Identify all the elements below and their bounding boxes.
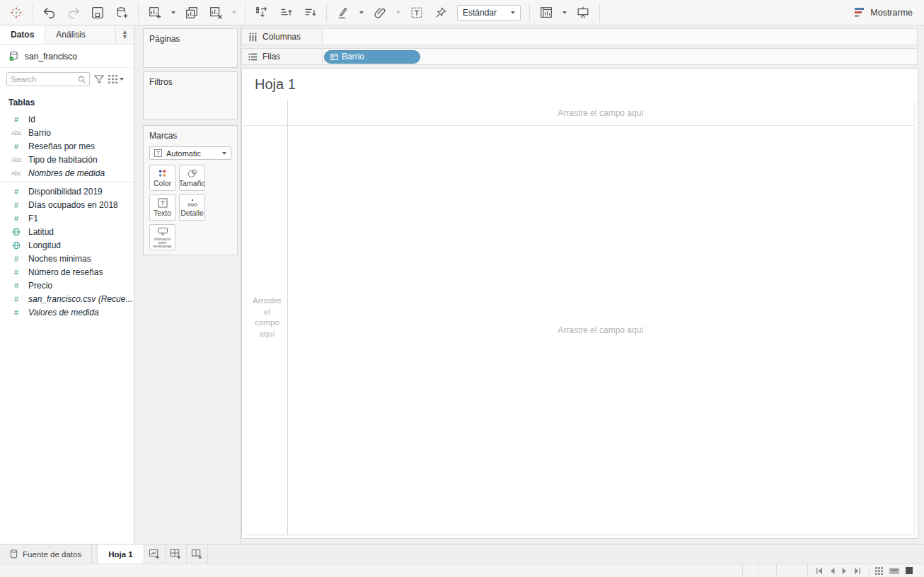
view-options-icon[interactable]	[108, 75, 124, 83]
pages-label: Páginas	[144, 29, 237, 47]
field-latitud[interactable]: Latitud	[0, 225, 134, 238]
columns-drop-zone[interactable]: Arrastre el campo aquí	[287, 100, 914, 125]
field-label: Reseñas por mes	[28, 141, 95, 151]
field-longitud[interactable]: Longitud	[0, 238, 134, 252]
rows-drop-zone[interactable]: Arrastreelcampoaquí	[247, 100, 287, 535]
show-me-button[interactable]: Mostrarme	[855, 8, 924, 18]
datasource-item[interactable]: san_francisco	[0, 45, 134, 68]
drop-hint-word: Arrastre	[253, 296, 282, 307]
geo-field-icon	[7, 241, 25, 250]
field-valores-de-medida[interactable]: #Valores de medida	[0, 305, 134, 319]
field-label: Días ocupados en 2018	[28, 200, 118, 210]
search-input[interactable]	[11, 75, 78, 83]
field-noches-minimas[interactable]: #Noches minimas	[0, 252, 134, 265]
new-worksheet-tab-button[interactable]	[144, 544, 166, 564]
bottom-tab-bar: Fuente de datos Hoja 1	[0, 544, 924, 564]
mark-button-label: Texto	[154, 209, 171, 217]
swap-rows-columns-button[interactable]	[254, 5, 270, 21]
sort-ascending-button[interactable]	[278, 5, 294, 21]
field-precio[interactable]: #Precio	[0, 279, 134, 292]
rows-shelf[interactable]: Filas Barrio	[241, 48, 918, 65]
number-field-icon: #	[7, 295, 25, 303]
highlight-button[interactable]	[335, 5, 351, 21]
highlight-caret[interactable]	[359, 11, 364, 14]
redo-button[interactable]	[66, 5, 81, 21]
field-label: Disponibilidad 2019	[28, 187, 103, 197]
group-members-button[interactable]	[372, 5, 388, 21]
cards-panel: Páginas Filtros Marcas T Automatic Color…	[134, 25, 241, 544]
mark-tooltip-button[interactable]: Información sobre herramientas	[149, 224, 175, 250]
mark-detail-button[interactable]: Detalle	[179, 194, 205, 221]
show-hide-cards-caret[interactable]	[562, 11, 567, 14]
clear-sheet-button[interactable]	[208, 5, 224, 21]
prev-sheet-button[interactable]	[830, 568, 835, 574]
field-rese-as-por-mes[interactable]: #Reseñas por mes	[0, 139, 134, 153]
field-n-mero-de-rese-as[interactable]: #Número de reseñas	[0, 265, 134, 279]
columns-shelf[interactable]: Columnas	[241, 28, 918, 45]
field-nombres-de-medida[interactable]: AbcNombres de medida	[0, 166, 134, 180]
sheet-tab-hoja-1[interactable]: Hoja 1	[97, 544, 144, 564]
save-button[interactable]	[90, 5, 105, 21]
rows-shelf-content[interactable]: Barrio	[323, 49, 917, 64]
last-sheet-button[interactable]	[854, 568, 860, 574]
sheet-sorter-button[interactable]	[875, 567, 883, 575]
pill-field-icon	[330, 53, 338, 61]
new-worksheet-button[interactable]	[147, 5, 163, 21]
pages-card[interactable]: Páginas	[143, 28, 238, 68]
fix-axes-button[interactable]	[433, 5, 449, 21]
new-worksheet-caret[interactable]	[171, 11, 175, 14]
field-d-as-ocupados-en-2018[interactable]: #Días ocupados en 2018	[0, 198, 134, 211]
mark-color-button[interactable]: Color	[149, 165, 175, 191]
mark-size-button[interactable]: Tamaño	[179, 165, 205, 191]
show-hide-cards-button[interactable]	[538, 5, 554, 21]
datasource-tab[interactable]: Fuente de datos	[0, 544, 92, 564]
field-label: Tipo de habitación	[28, 155, 98, 165]
status-cell	[742, 564, 758, 577]
rows-icon	[248, 52, 258, 62]
tab-analisis[interactable]: Análisis	[45, 25, 115, 44]
next-sheet-button[interactable]	[842, 568, 847, 574]
field-label: Valores de medida	[28, 308, 99, 317]
search-input-wrap[interactable]	[6, 72, 90, 86]
mark-button-label: Tamaño	[179, 180, 205, 187]
sheet-nav	[807, 564, 869, 577]
group-members-caret[interactable]	[396, 11, 400, 14]
field-disponibilidad-2019[interactable]: #Disponibilidad 2019	[0, 185, 134, 198]
field-barrio[interactable]: AbcBarrio	[0, 126, 134, 139]
add-datasource-button[interactable]	[114, 5, 129, 21]
status-cell	[776, 564, 807, 577]
filmstrip-button[interactable]	[889, 568, 899, 574]
first-sheet-button[interactable]	[816, 568, 823, 574]
mark-text-button[interactable]: Texto	[149, 194, 175, 221]
pane-collapse-toggle[interactable]: ▲▼	[115, 25, 134, 44]
field-id[interactable]: #Id	[0, 112, 134, 126]
columns-shelf-content[interactable]	[323, 29, 917, 45]
field-f1[interactable]: #F1	[0, 211, 134, 225]
filters-card[interactable]: Filtros	[143, 71, 238, 120]
undo-button[interactable]	[42, 5, 57, 21]
mark-button-label: Detalle	[180, 209, 204, 217]
mark-type-select[interactable]: T Automatic	[149, 146, 231, 160]
pill-barrio[interactable]: Barrio	[324, 50, 420, 64]
string-field-icon: Abc	[7, 129, 25, 136]
field-san-francisco-csv-recue[interactable]: #san_francisco.csv (Recue...	[0, 292, 134, 305]
size-icon	[187, 168, 198, 178]
field-tipo-de-habitaci-n[interactable]: AbcTipo de habitación	[0, 153, 134, 166]
show-tabs-button[interactable]	[906, 567, 913, 574]
new-story-tab-button[interactable]	[187, 544, 208, 564]
fit-mode-select[interactable]: Estándar	[457, 5, 521, 21]
mark-type-caret	[222, 152, 226, 155]
sort-descending-button[interactable]	[302, 5, 318, 21]
center-drop-zone[interactable]: Arrastre el campo aquí	[287, 126, 914, 535]
field-list: #IdAbcBarrio#Reseñas por mesAbcTipo de h…	[0, 111, 134, 319]
number-field-icon: #	[7, 281, 25, 290]
duplicate-sheet-button[interactable]	[184, 5, 200, 21]
new-dashboard-tab-button[interactable]	[166, 544, 187, 564]
field-label: Precio	[28, 281, 52, 291]
tab-datos[interactable]: Datos	[0, 25, 45, 44]
presentation-mode-button[interactable]	[575, 5, 591, 21]
clear-sheet-caret[interactable]	[232, 11, 236, 14]
show-mark-labels-button[interactable]	[409, 5, 425, 21]
field-label: Noches minimas	[28, 254, 91, 264]
filter-fields-icon[interactable]	[94, 75, 104, 84]
